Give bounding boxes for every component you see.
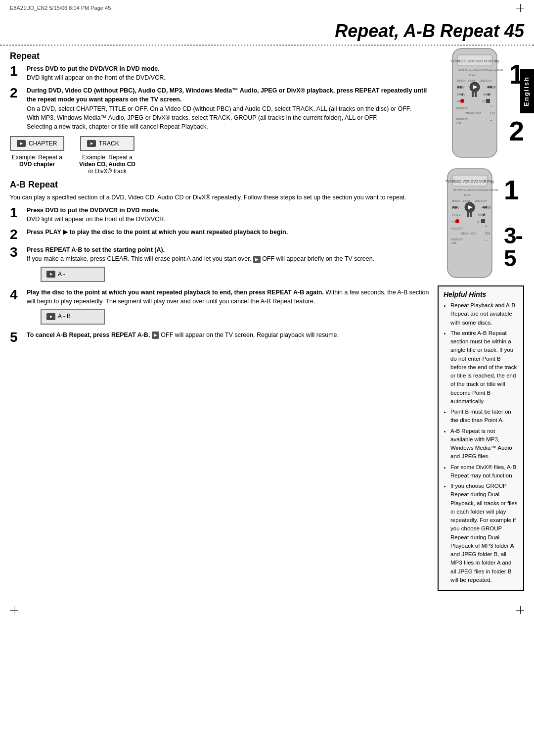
svg-text:REPEAT: REPEAT	[456, 107, 468, 110]
hints-title: Helpful Hints	[444, 290, 518, 298]
chapter-caption: Example: Repeat a DVD chapter	[12, 154, 62, 168]
ab-step5-bold: To cancel A-B Repeat, press REPEAT A-B.	[27, 331, 150, 338]
remote-bottom-area: TV/VIDEO VCR DVD VCR Play SUBTITLE AUDIO…	[438, 166, 524, 282]
svg-text:DISPLAY: DISPLAY	[480, 79, 492, 82]
ab-intro: You can play a specified section of a DV…	[10, 193, 430, 202]
ab-step1: 1 Press DVD to put the DVD/VCR in DVD mo…	[10, 206, 430, 224]
svg-text:–: –	[490, 118, 492, 122]
hints-list: Repeat Playback and A-B Repeat are not a…	[444, 301, 518, 584]
ab-step2-content: Press PLAY ▶ to play the disc to the poi…	[27, 228, 430, 236]
step-number-1a: 1	[10, 64, 24, 78]
hint-1: Repeat Playback and A-B Repeat are not a…	[450, 301, 518, 327]
ab-step3-content: Press REPEAT A-B to set the starting poi…	[27, 245, 430, 284]
main-content: Repeat 1 Press DVD to put the DVD/VCR in…	[0, 46, 534, 591]
step2-content: During DVD, Video CD (without PBC), Audi…	[27, 86, 430, 131]
hints-box: Helpful Hints Repeat Playback and A-B Re…	[438, 285, 524, 591]
svg-text:A-B: A-B	[451, 241, 456, 244]
ab-step-number-4: 4	[10, 288, 24, 302]
svg-rect-50	[467, 212, 469, 217]
svg-text:CH: CH	[485, 232, 490, 235]
hint-3: Point B must be later on the disc than P…	[450, 408, 518, 425]
ab-repeat-section: A-B Repeat You can play a specified sect…	[10, 180, 430, 344]
ab-step-number-3: 3	[10, 245, 24, 259]
ab-step5-icon: ▶	[152, 331, 159, 339]
svg-rect-51	[470, 212, 472, 217]
right-column: TV/VIDEO VCR DVD VCR Play SUBTITLE AUDIO…	[435, 46, 524, 591]
svg-text:TIMER SET: TIMER SET	[460, 232, 476, 235]
ab-step5-content: To cancel A-B Repeat, press REPEAT A-B. …	[27, 331, 430, 339]
ab-step3: 3 Press REPEAT A-B to set the starting p…	[10, 245, 430, 284]
hint-2: The entire A-B Repeat section must be wi…	[450, 329, 518, 406]
chapter-label: CHAPTER	[29, 140, 57, 147]
file-info: E8A21UD_EN2 5/15/06 8:04 PM Page 45	[10, 5, 111, 11]
left-column: Repeat 1 Press DVD to put the DVD/VCR in…	[10, 46, 435, 591]
svg-text:+: +	[485, 224, 488, 229]
repeat-icon-chapter: ▶	[17, 140, 26, 147]
chapter-screen-box: ▶ CHAPTER	[10, 136, 64, 151]
ab-step-number-2: 2	[10, 228, 24, 241]
svg-point-23	[460, 99, 464, 103]
ab-step3-icon: ▶	[253, 256, 261, 263]
ab-step-number-5: 5	[10, 331, 24, 344]
svg-text:SUBTITLE  AUDIO  ANGLE  ZOOM: SUBTITLE AUDIO ANGLE ZOOM	[458, 68, 503, 71]
remote-top: TV/VIDEO VCR DVD VCR Play SUBTITLE AUDIO…	[443, 46, 507, 161]
screen-examples: ▶ CHAPTER Example: Repeat a DVD chapter …	[10, 136, 430, 175]
track-caption: Example: Repeat a Video CD, Audio CD or …	[79, 154, 135, 175]
footer	[0, 601, 534, 619]
svg-text:REPEAT: REPEAT	[456, 118, 468, 121]
svg-text:DISPLAY: DISPLAY	[475, 199, 487, 202]
svg-text:PREV: PREV	[452, 213, 460, 216]
ab-step5-text: appear on the TV screen. Regular playbac…	[185, 331, 339, 338]
svg-text:DVD: DVD	[464, 193, 471, 196]
svg-rect-25	[486, 99, 490, 103]
step2-bold: During DVD, Video CD (without PBC), Audi…	[27, 87, 427, 103]
remote-bottom: TV/VIDEO VCR DVD VCR Play SUBTITLE AUDIO…	[438, 166, 502, 282]
svg-text:A-B: A-B	[456, 121, 461, 124]
english-tab: English	[520, 69, 534, 113]
footer-crosshair-right	[516, 606, 524, 614]
svg-text:REPEAT: REPEAT	[451, 227, 463, 230]
svg-text:REPEAT: REPEAT	[451, 238, 463, 241]
hint-4: A-B Repeat is not available with MP3, Wi…	[450, 427, 518, 461]
osd-icon-ab: ▶	[46, 313, 55, 320]
step2-text2: With MP3, Windows Media™ Audio, JPEG or …	[27, 114, 378, 121]
step1-bold: Press DVD to put the DVD/VCR in DVD mode…	[27, 65, 160, 72]
svg-text:DVD: DVD	[469, 73, 476, 76]
ab-step5-off: OFF will	[161, 331, 183, 338]
repeat-step2: 2 During DVD, Video CD (without PBC), Au…	[10, 86, 430, 131]
ab-step3-text: If you make a mistake, press CLEAR. This…	[27, 255, 251, 262]
right-number-1-bottom: 1	[504, 177, 524, 204]
ab-step4-bold2: again.	[306, 289, 324, 296]
footer-crosshair-left	[10, 606, 18, 614]
repeat-section: Repeat 1 Press DVD to put the DVD/VCR in…	[10, 51, 430, 175]
ab-step2: 2 Press PLAY ▶ to play the disc to the p…	[10, 228, 430, 241]
remote-top-area: TV/VIDEO VCR DVD VCR Play SUBTITLE AUDIO…	[438, 46, 524, 161]
repeat-icon-track: ▶	[87, 140, 96, 147]
page-header: E8A21UD_EN2 5/15/06 8:04 PM Page 45	[0, 0, 534, 16]
screen-example-chapter: ▶ CHAPTER Example: Repeat a DVD chapter	[10, 136, 64, 168]
step1-text: DVD light will appear on the front of th…	[27, 74, 166, 81]
osd-box-a: ▶ A -	[41, 267, 105, 282]
screen-example-track: ▶ TRACK Example: Repeat a Video CD, Audi…	[79, 136, 135, 175]
svg-text:BACK: BACK	[452, 199, 460, 202]
hint-6: If you choose GROUP Repeat during Dual P…	[450, 482, 518, 584]
svg-rect-57	[481, 219, 485, 223]
ab-step3-bold: Press REPEAT A-B to set the starting poi…	[27, 246, 165, 253]
svg-text:PLAY: PLAY	[468, 79, 476, 82]
title-area: Repeat, A-B Repeat 45	[0, 16, 534, 46]
ab-step4-bold1: Play the disc to the point at which you …	[27, 289, 304, 296]
svg-text:TV/VIDEO  VCR  DVD  VCR Play: TV/VIDEO VCR DVD VCR Play	[450, 59, 499, 63]
track-screen-box: ▶ TRACK	[80, 136, 134, 151]
svg-text:TV/VIDEO  VCR  DVD  VCR Play: TV/VIDEO VCR DVD VCR Play	[445, 180, 494, 184]
svg-text:+: +	[490, 104, 492, 108]
right-numbers-bottom: 1 3-5	[504, 166, 524, 280]
hint-5: For some DivX® files, A-B Repeat may not…	[450, 463, 518, 480]
right-number-2-top: 2	[509, 118, 524, 145]
header-crosshair	[516, 4, 524, 12]
svg-text:SUBTITLE  AUDIO  ANGLE  ZOOM: SUBTITLE AUDIO ANGLE ZOOM	[453, 189, 498, 191]
page-title: Repeat, A-B Repeat 45	[335, 21, 524, 41]
svg-text:BACK: BACK	[457, 79, 465, 82]
step-number-2a: 2	[10, 86, 24, 100]
remote-svg-top: TV/VIDEO VCR DVD VCR Play SUBTITLE AUDIO…	[443, 46, 507, 160]
repeat-step1: 1 Press DVD to put the DVD/VCR in DVD mo…	[10, 64, 430, 82]
